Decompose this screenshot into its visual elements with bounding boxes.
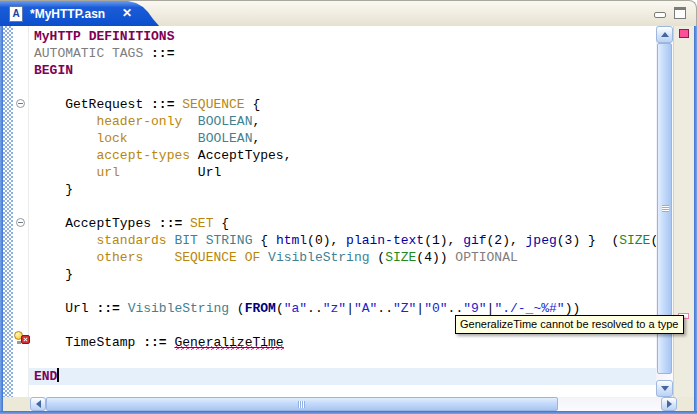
- code-token: |: [416, 301, 424, 316]
- code-line[interactable]: [29, 283, 656, 300]
- code-token: MyHTTP: [34, 29, 81, 44]
- scroll-up-button[interactable]: [656, 26, 673, 43]
- scroll-left-button[interactable]: [30, 397, 46, 411]
- quickfix-error-icon[interactable]: [14, 331, 30, 346]
- code-token: ..: [307, 301, 323, 316]
- code-line[interactable]: }: [29, 266, 656, 283]
- code-token: BOOLEAN: [198, 131, 253, 146]
- code-line[interactable]: standards BIT STRING { html(0), plain-te…: [29, 232, 656, 249]
- scroll-down-icon: [661, 386, 669, 391]
- code-line[interactable]: AcceptTypes ::= SET {: [29, 215, 656, 232]
- code-token: {: [213, 216, 229, 231]
- bottom-scroll-row: [3, 397, 694, 411]
- code-token: DEFINITIONS: [89, 29, 175, 44]
- code-line[interactable]: header-only BOOLEAN,: [29, 113, 656, 130]
- code-token: }: [34, 267, 73, 282]
- code-token: lock: [96, 131, 127, 146]
- code-line[interactable]: GetRequest ::= SEQUENCE {: [29, 96, 656, 113]
- minimize-icon[interactable]: [654, 12, 666, 18]
- code-token: END: [34, 369, 57, 384]
- code-token: [190, 148, 198, 163]
- code-token: "Z": [393, 301, 416, 316]
- code-line[interactable]: END: [29, 368, 656, 385]
- code-token: [182, 114, 198, 129]
- code-token: [182, 216, 190, 231]
- code-token: [34, 250, 96, 265]
- code-token: [143, 250, 174, 265]
- code-token: (3) } (: [557, 233, 619, 248]
- code-token: {: [245, 97, 261, 112]
- code-token: GetRequest: [34, 97, 151, 112]
- fold-collapse-icon[interactable]: [16, 99, 25, 108]
- code-token: "./-_~%#": [494, 301, 564, 316]
- maximize-icon[interactable]: [674, 7, 686, 19]
- code-token: )): [565, 301, 581, 316]
- code-token: "a": [284, 301, 307, 316]
- close-icon[interactable]: ✕: [122, 6, 132, 20]
- scroll-right-icon: [667, 400, 672, 408]
- code-token: SEQUENCE OF: [174, 250, 260, 265]
- code-line[interactable]: BEGIN: [29, 62, 656, 79]
- code-token: ::=: [143, 335, 166, 350]
- tab-title: *MyHTTP.asn: [30, 7, 105, 21]
- code-line[interactable]: [29, 198, 656, 215]
- code-token: {: [252, 233, 275, 248]
- code-line[interactable]: lock BOOLEAN,: [29, 130, 656, 147]
- code-token: others: [96, 250, 143, 265]
- code-token: header-only: [96, 114, 182, 129]
- code-token: [120, 165, 198, 180]
- code-token: accept-types: [96, 148, 190, 163]
- code-token: ::=: [96, 301, 119, 316]
- annotation-gutter: [13, 26, 29, 397]
- code-token: SIZE: [385, 250, 416, 265]
- code-token: BIT STRING: [174, 233, 252, 248]
- code-token: [34, 148, 96, 163]
- code-token: plain-text: [346, 233, 424, 248]
- code-token: Url: [198, 165, 221, 180]
- code-area[interactable]: MyHTTP DEFINITIONSAUTOMATIC TAGS ::=BEGI…: [29, 26, 656, 397]
- code-line[interactable]: [29, 79, 656, 96]
- code-token: ::=: [151, 97, 174, 112]
- code-line[interactable]: MyHTTP DEFINITIONS: [29, 28, 656, 45]
- code-token: [34, 114, 96, 129]
- code-token: [81, 29, 89, 44]
- code-token: AUTOMATIC TAGS: [34, 46, 151, 61]
- editor-tab-myhttp[interactable]: A *MyHTTP.asn ✕: [0, 1, 160, 27]
- editor-tab-bar: A *MyHTTP.asn ✕: [0, 0, 697, 26]
- code-token: (: [229, 301, 245, 316]
- code-line[interactable]: AUTOMATIC TAGS ::=: [29, 45, 656, 62]
- overview-error-status-icon[interactable]: [679, 29, 689, 38]
- code-token: ::=: [151, 46, 174, 61]
- code-token: ::=: [159, 216, 182, 231]
- vertical-scrollbar[interactable]: [656, 26, 673, 397]
- scroll-left-icon: [36, 400, 41, 408]
- code-token: GeneralizeTime: [174, 335, 283, 350]
- horizontal-scrollbar-thumb[interactable]: [46, 397, 558, 411]
- view-buttons: [654, 7, 686, 19]
- asn-file-icon: A: [9, 6, 23, 22]
- fold-collapse-icon[interactable]: [16, 218, 25, 227]
- code-line[interactable]: others SEQUENCE OF VisibleString (SIZE(4…: [29, 249, 656, 266]
- scroll-right-button[interactable]: [661, 397, 677, 411]
- code-line[interactable]: }: [29, 181, 656, 198]
- code-line[interactable]: TimeStamp ::= GeneralizeTime: [29, 334, 656, 351]
- code-token: [260, 250, 268, 265]
- code-token: (: [370, 250, 386, 265]
- code-line[interactable]: accept-types AcceptTypes,: [29, 147, 656, 164]
- eclipse-editor-window: A *MyHTTP.asn ✕ MyHTTP DEFINITIONSAUTOMA…: [0, 0, 697, 414]
- code-token: html: [276, 233, 307, 248]
- code-token: ,: [252, 114, 260, 129]
- scroll-down-button[interactable]: [656, 380, 673, 397]
- error-tooltip: GeneralizeTime cannot be resolved to a t…: [455, 315, 684, 334]
- code-token: BOOLEAN: [198, 114, 253, 129]
- text-caret: [57, 368, 59, 382]
- code-line[interactable]: [29, 351, 656, 368]
- code-token: AcceptTypes,: [198, 148, 292, 163]
- code-token: VisibleString: [268, 250, 369, 265]
- code-token: AcceptTypes: [34, 216, 159, 231]
- code-token: url: [96, 165, 119, 180]
- view-edge-hatch: [3, 26, 13, 397]
- horizontal-scrollbar[interactable]: [30, 397, 677, 411]
- code-line[interactable]: url Url: [29, 164, 656, 181]
- code-token: SIZE: [619, 233, 650, 248]
